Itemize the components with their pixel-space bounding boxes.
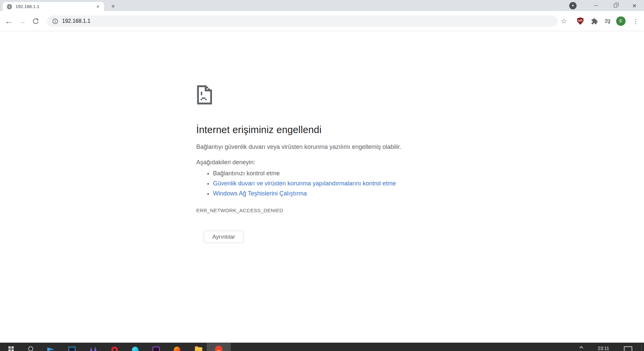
close-button[interactable]: × bbox=[625, 0, 644, 11]
taskbar: 23:11 bbox=[0, 343, 644, 351]
browser-toolbar: ← → 192.168.1.1 ☆ uO bbox=[0, 11, 644, 31]
sad-page-icon bbox=[196, 85, 213, 105]
firewall-settings-link[interactable]: Güvenlik duvarı ve virüsten korunma yapı… bbox=[213, 180, 396, 187]
suggestion-item: Bağlantınızı kontrol etme bbox=[213, 168, 448, 178]
error-heading: İnternet erişiminiz engellendi bbox=[196, 124, 448, 135]
minimize-button[interactable] bbox=[587, 0, 606, 11]
tray-hidden-icons-chevron[interactable] bbox=[579, 346, 583, 350]
shield-icon: uO bbox=[577, 17, 584, 25]
chrome-icon bbox=[215, 346, 222, 351]
ublock-extension-icon[interactable]: uO bbox=[576, 17, 585, 25]
touch-keyboard-icon[interactable] bbox=[624, 346, 632, 351]
window-controls: ▾ × bbox=[569, 0, 644, 11]
windows-logo-icon bbox=[8, 346, 14, 351]
puzzle-icon bbox=[591, 18, 598, 25]
tab-close-icon[interactable]: × bbox=[95, 3, 101, 10]
page-content: İnternet erişiminiz engellendi Bağlantıy… bbox=[0, 32, 644, 343]
purple-wave-icon bbox=[90, 347, 97, 351]
taskbar-search-button[interactable] bbox=[26, 346, 35, 351]
media-controls-icon[interactable] bbox=[603, 17, 612, 25]
bookmark-star-icon[interactable]: ☆ bbox=[559, 17, 568, 25]
suggestion-text: Bağlantınızı kontrol etme bbox=[213, 170, 280, 177]
error-code: ERR_NETWORK_ACCESS_DENIED bbox=[196, 208, 448, 213]
tab-strip: 192.168.1.1 × + ▾ × bbox=[0, 0, 644, 11]
suggestion-item: Güvenlik duvarı ve virüsten korunma yapı… bbox=[213, 178, 448, 188]
network-diagnostics-link[interactable]: Windows Ağ Teşhislerini Çalıştırma bbox=[213, 190, 307, 197]
reload-icon bbox=[32, 18, 39, 25]
taskbar-active-app-chrome[interactable] bbox=[207, 343, 231, 351]
extensions-puzzle-icon[interactable] bbox=[590, 17, 599, 25]
taskbar-app-purple-wave[interactable] bbox=[89, 346, 97, 351]
taskbar-app-teal-circle[interactable] bbox=[131, 346, 139, 351]
suggestions-intro: Aşağıdakileri deneyin: bbox=[196, 159, 448, 166]
back-button[interactable]: ← bbox=[4, 17, 13, 25]
teal-circle-icon bbox=[132, 347, 139, 351]
taskbar-app-opera[interactable] bbox=[110, 346, 118, 351]
chrome-menu-icon[interactable]: ⋮ bbox=[631, 17, 640, 25]
reload-button[interactable] bbox=[31, 17, 40, 25]
monitor-icon bbox=[68, 347, 75, 351]
minimize-icon bbox=[594, 5, 598, 6]
suggestions-list: Bağlantınızı kontrol etme Güvenlik duvar… bbox=[196, 168, 448, 198]
show-desktop-separator[interactable] bbox=[641, 343, 642, 351]
globe-favicon-icon bbox=[7, 4, 12, 9]
url-text: 192.168.1.1 bbox=[62, 18, 91, 24]
paper-plane-icon bbox=[47, 346, 55, 351]
taskbar-app-monitor[interactable] bbox=[68, 346, 76, 351]
flame-icon bbox=[174, 347, 180, 351]
browser-tab[interactable]: 192.168.1.1 × bbox=[3, 2, 104, 11]
profile-avatar[interactable]: F bbox=[616, 16, 626, 26]
playlist-music-icon bbox=[604, 18, 611, 25]
restore-button[interactable] bbox=[606, 0, 625, 11]
opera-icon bbox=[111, 347, 118, 351]
network-error-panel: İnternet erişiminiz engellendi Bağlantıy… bbox=[196, 85, 448, 243]
taskbar-file-explorer[interactable] bbox=[195, 346, 203, 351]
tab-title: 192.168.1.1 bbox=[15, 4, 95, 9]
folder-icon bbox=[195, 347, 202, 351]
taskbar-app-paper-plane[interactable] bbox=[47, 346, 55, 351]
details-button[interactable]: Ayrıntılar bbox=[204, 231, 244, 243]
taskbar-clock[interactable]: 23:11 bbox=[598, 346, 609, 351]
taskbar-app-purple-monitor[interactable] bbox=[152, 346, 160, 351]
purple-monitor-icon bbox=[153, 347, 160, 351]
browser-window: 192.168.1.1 × + ▾ × ← → 192.168.1.1 bbox=[0, 0, 644, 351]
restore-icon bbox=[614, 4, 617, 7]
error-description: Bağlantıyı güvenlik duvarı veya virüsten… bbox=[196, 143, 448, 151]
close-icon: × bbox=[632, 2, 636, 9]
taskbar-app-flame[interactable] bbox=[173, 346, 181, 351]
forward-button[interactable]: → bbox=[18, 17, 26, 25]
suggestion-item: Windows Ağ Teşhislerini Çalıştırma bbox=[213, 188, 448, 198]
tab-search-button[interactable]: ▾ bbox=[569, 2, 577, 9]
search-icon bbox=[28, 346, 33, 351]
address-bar[interactable]: 192.168.1.1 bbox=[47, 15, 557, 27]
start-button[interactable] bbox=[7, 346, 15, 351]
new-tab-button[interactable]: + bbox=[108, 2, 118, 11]
page-info-icon bbox=[52, 18, 58, 24]
